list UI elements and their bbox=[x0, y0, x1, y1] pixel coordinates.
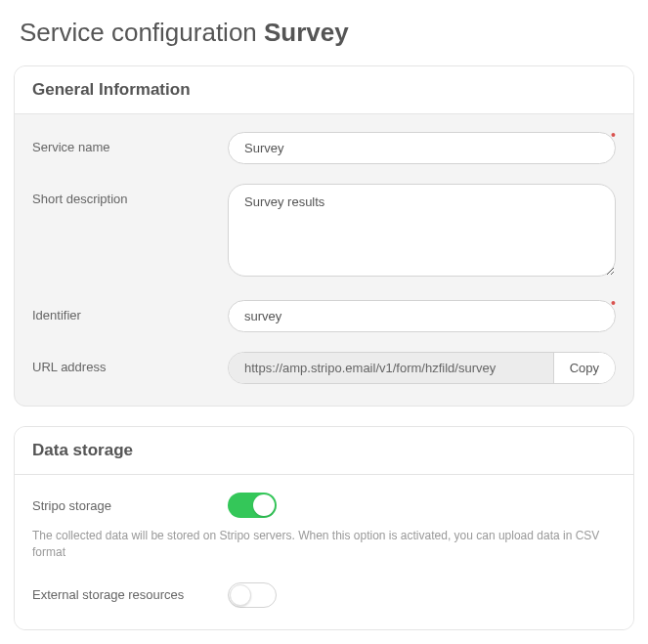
identifier-row: Identifier • bbox=[32, 300, 616, 332]
url-address-label: URL address bbox=[32, 352, 228, 374]
page-title-prefix: Service configuration bbox=[20, 18, 264, 47]
required-indicator-icon: • bbox=[611, 296, 616, 310]
url-address-value[interactable] bbox=[229, 353, 553, 383]
general-info-body: Service name • Short description Survey … bbox=[15, 114, 633, 406]
external-storage-toggle[interactable] bbox=[228, 582, 277, 608]
short-description-row: Short description Survey results bbox=[32, 184, 616, 280]
stripo-storage-hint: The collected data will be stored on Str… bbox=[32, 528, 616, 561]
general-info-header: General Information bbox=[15, 66, 633, 114]
data-storage-card: Data storage Stripo storage The collecte… bbox=[14, 426, 634, 630]
stripo-storage-label: Stripo storage bbox=[32, 498, 228, 513]
toggle-knob-icon bbox=[253, 494, 275, 516]
required-indicator-icon: • bbox=[611, 128, 616, 142]
copy-button[interactable]: Copy bbox=[553, 353, 615, 383]
short-description-input[interactable]: Survey results bbox=[228, 184, 616, 277]
service-name-row: Service name • bbox=[32, 132, 616, 164]
page-title: Service configuration Survey bbox=[14, 18, 634, 48]
data-storage-header: Data storage bbox=[15, 427, 633, 475]
stripo-storage-toggle[interactable] bbox=[228, 493, 277, 518]
service-name-input[interactable] bbox=[228, 132, 616, 164]
stripo-storage-row: Stripo storage bbox=[32, 493, 616, 518]
url-address-row: URL address Copy bbox=[32, 352, 616, 384]
data-storage-body: Stripo storage The collected data will b… bbox=[15, 475, 633, 629]
identifier-input[interactable] bbox=[228, 300, 616, 332]
page-title-name: Survey bbox=[264, 18, 349, 47]
external-storage-label: External storage resources bbox=[32, 587, 228, 602]
short-description-label: Short description bbox=[32, 184, 228, 206]
url-group: Copy bbox=[228, 352, 616, 384]
toggle-knob-icon bbox=[230, 584, 251, 606]
external-storage-row: External storage resources bbox=[32, 582, 616, 608]
service-name-label: Service name bbox=[32, 132, 228, 154]
identifier-label: Identifier bbox=[32, 300, 228, 322]
general-info-card: General Information Service name • Short… bbox=[14, 65, 634, 407]
